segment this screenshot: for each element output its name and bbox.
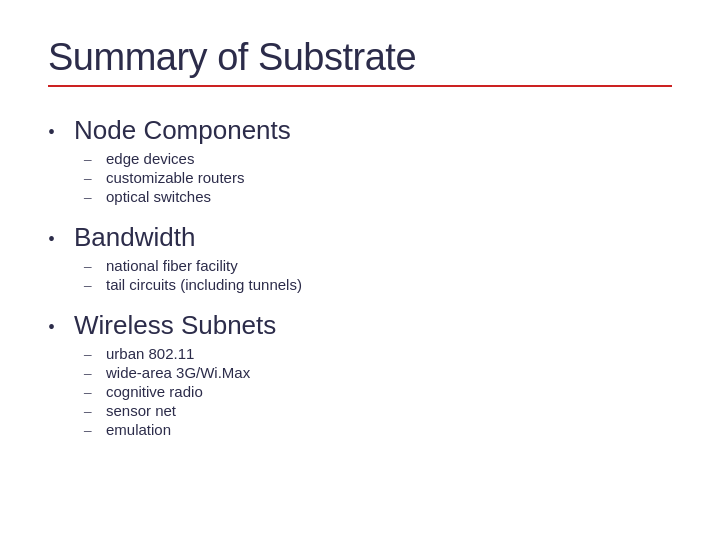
list-item: – urban 802.11: [84, 345, 672, 363]
list-item: – edge devices: [84, 150, 672, 168]
list-item: – cognitive radio: [84, 383, 672, 401]
sub-text: sensor net: [106, 402, 176, 419]
sub-text: national fiber facility: [106, 257, 238, 274]
sub-text: urban 802.11: [106, 345, 194, 362]
sub-dash: –: [84, 189, 98, 206]
sub-items-bandwidth: – national fiber facility – tail circuit…: [84, 257, 672, 294]
slide: Summary of Substrate • Node Components –…: [0, 0, 720, 540]
sub-text: wide-area 3G/Wi.Max: [106, 364, 250, 381]
list-item: – tail circuits (including tunnels): [84, 276, 672, 294]
section-bandwidth: • Bandwidth – national fiber facility – …: [48, 222, 672, 294]
section-wireless-subnets: • Wireless Subnets – urban 802.11 – wide…: [48, 310, 672, 439]
bullet-title-node: Node Components: [74, 115, 291, 146]
list-item: – optical switches: [84, 188, 672, 206]
sub-dash: –: [84, 277, 98, 294]
sub-dash: –: [84, 384, 98, 401]
slide-title: Summary of Substrate: [48, 36, 672, 79]
sub-dash: –: [84, 422, 98, 439]
section-node-components: • Node Components – edge devices – custo…: [48, 115, 672, 206]
title-underline: [48, 85, 672, 87]
list-item: – emulation: [84, 421, 672, 439]
list-item: – customizable routers: [84, 169, 672, 187]
sub-dash: –: [84, 170, 98, 187]
content-area: • Node Components – edge devices – custo…: [48, 115, 672, 439]
sub-text: customizable routers: [106, 169, 244, 186]
sub-text: optical switches: [106, 188, 211, 205]
sub-items-node: – edge devices – customizable routers – …: [84, 150, 672, 206]
bullet-title-wireless: Wireless Subnets: [74, 310, 276, 341]
list-item: – national fiber facility: [84, 257, 672, 275]
sub-dash: –: [84, 365, 98, 382]
bullet-dot-node: •: [48, 121, 64, 144]
list-item: – sensor net: [84, 402, 672, 420]
sub-dash: –: [84, 403, 98, 420]
sub-dash: –: [84, 346, 98, 363]
sub-dash: –: [84, 151, 98, 168]
sub-text: emulation: [106, 421, 171, 438]
title-section: Summary of Substrate: [48, 36, 672, 105]
list-item: – wide-area 3G/Wi.Max: [84, 364, 672, 382]
sub-text: edge devices: [106, 150, 194, 167]
bullet-dot-bandwidth: •: [48, 228, 64, 251]
bullet-title-bandwidth: Bandwidth: [74, 222, 195, 253]
bullet-heading-wireless: • Wireless Subnets: [48, 310, 672, 341]
sub-text: tail circuits (including tunnels): [106, 276, 302, 293]
sub-text: cognitive radio: [106, 383, 203, 400]
bullet-heading-node: • Node Components: [48, 115, 672, 146]
sub-items-wireless: – urban 802.11 – wide-area 3G/Wi.Max – c…: [84, 345, 672, 439]
sub-dash: –: [84, 258, 98, 275]
bullet-heading-bandwidth: • Bandwidth: [48, 222, 672, 253]
bullet-dot-wireless: •: [48, 316, 64, 339]
